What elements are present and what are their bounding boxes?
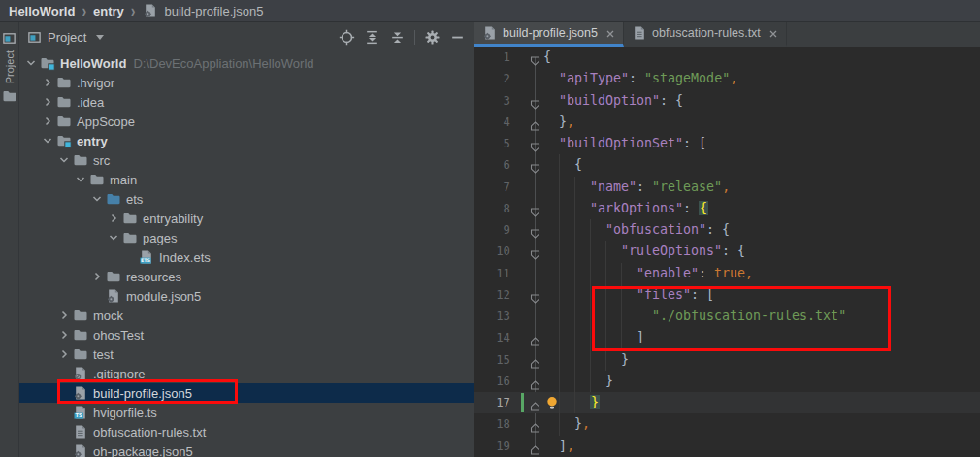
tree-item-helloworld[interactable]: HelloWorldD:\DevEcoAppliation\HelloWorld	[19, 53, 474, 73]
tree-item-resources[interactable]: resources	[19, 267, 474, 286]
code-text[interactable]: ]	[543, 327, 980, 348]
tool-stripe-project-label[interactable]: Project	[4, 50, 16, 83]
tree-item-main[interactable]: main	[19, 170, 474, 189]
code-line-17[interactable]: 17}	[474, 392, 980, 413]
code-line-11[interactable]: 11"enable": true,	[474, 263, 980, 284]
project-window-icon[interactable]	[2, 31, 16, 46]
tree-item-ets[interactable]: ets	[19, 189, 474, 209]
code-line-2[interactable]: 2"apiType": "stageMode",	[474, 68, 980, 89]
code-line-7[interactable]: 7"name": "release",	[474, 177, 980, 198]
code-text[interactable]: }	[543, 371, 980, 392]
tree-item-index-ets[interactable]: ETSIndex.ets	[19, 247, 474, 267]
code-line-9[interactable]: 9"obfuscation": {	[474, 219, 980, 241]
settings-gear-icon[interactable]	[424, 29, 441, 46]
close-icon[interactable]	[768, 28, 778, 38]
fold-start-icon[interactable]	[530, 203, 540, 213]
code-text[interactable]: "arkOptions": {	[543, 198, 980, 219]
code-text[interactable]: }	[543, 349, 980, 371]
chevron-down-icon[interactable]	[73, 172, 88, 187]
editor-tab-obfuscation-rules-txt[interactable]: obfuscation-rules.txt	[624, 22, 787, 47]
code-line-19[interactable]: 19],	[474, 436, 980, 457]
breadcrumb-item-helloworld[interactable]: HelloWorld	[9, 4, 75, 18]
fold-start-icon[interactable]	[530, 160, 540, 171]
code-line-13[interactable]: 13"./obfuscation-rules.txt"	[474, 306, 980, 327]
chevron-right-icon[interactable]	[56, 308, 72, 323]
tree-item-test[interactable]: test	[19, 344, 474, 364]
chevron-right-icon[interactable]	[40, 94, 55, 110]
tree-item-appscope[interactable]: AppScope	[19, 112, 474, 131]
code-text[interactable]: },	[543, 112, 980, 133]
fold-end-icon[interactable]	[530, 419, 540, 430]
chevron-down-icon[interactable]	[40, 133, 55, 148]
chevron-right-icon[interactable]	[40, 114, 55, 129]
code-text[interactable]: {	[543, 154, 980, 176]
code-line-5[interactable]: 5"buildOptionSet": [	[474, 133, 980, 154]
fold-start-icon[interactable]	[530, 52, 540, 63]
fold-start-icon[interactable]	[530, 139, 540, 149]
chevron-right-icon[interactable]	[106, 211, 121, 226]
code-text[interactable]: }	[543, 392, 980, 413]
chevron-right-icon[interactable]	[56, 346, 72, 362]
code-line-3[interactable]: 3"buildOption": {	[474, 90, 980, 112]
expand-all-icon[interactable]	[364, 29, 380, 46]
tree-item-hvigorfile-ts[interactable]: TShvigorfile.ts	[19, 403, 474, 422]
tree-item-module-json5[interactable]: module.json5	[19, 286, 474, 306]
chevron-down-icon[interactable]	[106, 230, 121, 245]
fold-start-icon[interactable]	[530, 95, 540, 106]
tree-item--hvigor[interactable]: .hvigor	[19, 73, 474, 92]
code-line-16[interactable]: 16}	[474, 371, 980, 392]
tree-item-ohostest[interactable]: ohosTest	[19, 325, 474, 344]
code-text[interactable]: {	[543, 47, 980, 68]
code-text[interactable]: "enable": true,	[543, 263, 980, 284]
fold-end-icon[interactable]	[530, 441, 540, 451]
tree-item-obfuscation-rules-txt[interactable]: obfuscation-rules.txt	[19, 422, 474, 441]
code-text[interactable]: "files": [	[543, 284, 980, 306]
tree-item-mock[interactable]: mock	[19, 306, 474, 325]
code-line-6[interactable]: 6{	[474, 154, 980, 176]
fold-end-icon[interactable]	[530, 354, 540, 365]
folder-icon[interactable]	[2, 88, 17, 104]
code-line-1[interactable]: 1{	[474, 47, 980, 68]
code-text[interactable]: "buildOption": {	[543, 90, 980, 112]
code-line-18[interactable]: 18},	[474, 413, 980, 435]
chevron-down-icon[interactable]	[89, 191, 105, 207]
tree-item-oh-package-json5[interactable]: oh-package.json5	[19, 441, 474, 457]
tree-item-pages[interactable]: pages	[19, 228, 474, 247]
code-text[interactable]: "ruleOptions": {	[543, 241, 980, 262]
tree-item-build-profile-json5[interactable]: build-profile.json5	[19, 383, 474, 403]
fold-start-icon[interactable]	[530, 225, 540, 236]
code-line-8[interactable]: 8"arkOptions": {	[474, 198, 980, 219]
code-line-14[interactable]: 14]	[474, 327, 980, 348]
code-text[interactable]: "./obfuscation-rules.txt"	[543, 306, 980, 327]
fold-start-icon[interactable]	[530, 289, 540, 300]
code-line-15[interactable]: 15}	[474, 349, 980, 371]
collapse-all-icon[interactable]	[389, 29, 406, 46]
code-text[interactable]: "obfuscation": {	[543, 219, 980, 241]
breadcrumb-item-entry[interactable]: entry	[93, 4, 124, 18]
code-text[interactable]: },	[543, 413, 980, 435]
code-text[interactable]: "apiType": "stageMode",	[543, 68, 980, 89]
code-line-4[interactable]: 4},	[474, 112, 980, 133]
fold-end-icon[interactable]	[530, 333, 540, 343]
code-text[interactable]: ],	[543, 436, 980, 457]
code-editor[interactable]: 1{2"apiType": "stageMode",3"buildOption"…	[474, 47, 980, 457]
fold-end-icon[interactable]	[530, 116, 540, 127]
code-text[interactable]: "name": "release",	[543, 177, 980, 198]
chevron-down-icon[interactable]	[96, 35, 104, 40]
tree-item-entry[interactable]: entry	[19, 131, 474, 150]
fold-start-icon[interactable]	[530, 246, 540, 257]
chevron-right-icon[interactable]	[40, 75, 55, 90]
chevron-right-icon[interactable]	[56, 327, 72, 343]
code-text[interactable]: "buildOptionSet": [	[543, 133, 980, 154]
editor-tab-build-profile-json5[interactable]: build-profile.json5	[474, 22, 624, 47]
tree-item-entryability[interactable]: entryability	[19, 209, 474, 228]
code-line-10[interactable]: 10"ruleOptions": {	[474, 241, 980, 262]
project-panel-title[interactable]: Project	[48, 30, 86, 45]
tree-item-src[interactable]: src	[19, 150, 474, 170]
tree-item--gitignore[interactable]: .gitignore	[19, 364, 474, 383]
fold-end-icon[interactable]	[530, 375, 540, 386]
breadcrumb-item-build-profile-json5[interactable]: build-profile.json5	[165, 4, 264, 18]
code-line-12[interactable]: 12"files": [	[474, 284, 980, 306]
tree-item--idea[interactable]: .idea	[19, 92, 474, 112]
chevron-down-icon[interactable]	[56, 152, 72, 168]
